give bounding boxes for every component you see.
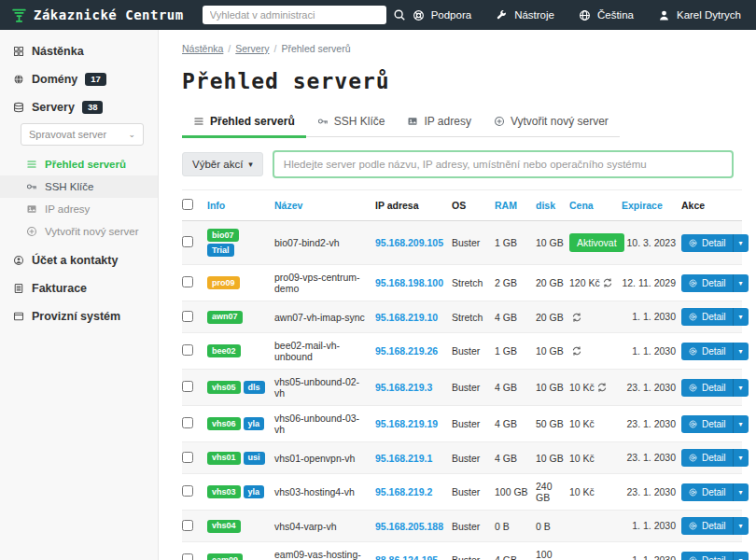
sidebar-subitem-2[interactable]: IP adresy bbox=[0, 198, 158, 220]
row-checkbox[interactable] bbox=[182, 344, 193, 356]
detail-button[interactable]: Detail bbox=[681, 308, 733, 326]
column-header[interactable]: Info bbox=[204, 190, 272, 221]
detail-dropdown-button[interactable]: ▾ bbox=[733, 449, 749, 467]
server-badge[interactable]: pro09 bbox=[207, 276, 240, 289]
detail-dropdown-button[interactable]: ▾ bbox=[733, 343, 749, 360]
detail-button[interactable]: Detail bbox=[681, 517, 733, 535]
server-badge[interactable]: dls bbox=[244, 381, 265, 394]
manage-server-select[interactable]: Spravovat server ⌄ bbox=[21, 123, 144, 146]
detail-dropdown-button[interactable]: ▾ bbox=[733, 308, 749, 326]
sidebar-item-0[interactable]: Nástěnka bbox=[0, 37, 158, 65]
sidebar-item-2[interactable]: Servery38 bbox=[0, 93, 158, 121]
ip-link[interactable]: 95.168.205.188 bbox=[375, 521, 443, 532]
row-checkbox[interactable] bbox=[182, 520, 193, 531]
server-badge[interactable]: usi bbox=[244, 452, 265, 465]
sidebar-item-bottom-2[interactable]: Provizní systém bbox=[0, 302, 158, 330]
breadcrumb-separator: / bbox=[228, 43, 231, 54]
row-checkbox[interactable] bbox=[182, 381, 193, 392]
row-checkbox[interactable] bbox=[182, 485, 193, 497]
row-checkbox[interactable] bbox=[182, 236, 193, 247]
column-header[interactable]: Cena bbox=[567, 190, 619, 221]
column-header[interactable]: Název bbox=[272, 190, 372, 221]
row-checkbox[interactable] bbox=[182, 276, 193, 287]
expiration-cell: 23. 1. 2030 bbox=[619, 370, 679, 406]
breadcrumb-link[interactable]: Nástěnka bbox=[182, 43, 223, 54]
ip-link[interactable]: 95.168.219.19 bbox=[375, 418, 438, 429]
column-header[interactable]: RAM bbox=[492, 190, 533, 221]
server-badge[interactable]: vhs03 bbox=[207, 485, 241, 498]
detail-button[interactable]: Detail bbox=[681, 234, 733, 252]
server-badge[interactable]: vhs04 bbox=[207, 520, 241, 533]
plus-circle-icon bbox=[26, 226, 37, 237]
top-nav-life-ring[interactable]: Podpora bbox=[413, 9, 471, 21]
detail-dropdown-button[interactable]: ▾ bbox=[733, 415, 749, 433]
row-checkbox[interactable] bbox=[182, 417, 193, 428]
server-badge[interactable]: Trial bbox=[207, 244, 234, 257]
tab-3[interactable]: Vytvořit nový server bbox=[483, 108, 620, 138]
ip-link[interactable]: 95.168.219.3 bbox=[375, 382, 432, 393]
caret-down-icon: ▾ bbox=[248, 160, 253, 169]
server-filter-input[interactable] bbox=[273, 150, 734, 178]
server-badge[interactable]: yla bbox=[244, 485, 265, 498]
search-icon[interactable] bbox=[393, 8, 406, 21]
row-checkbox[interactable] bbox=[182, 311, 193, 322]
column-header[interactable]: Expirace bbox=[619, 190, 679, 221]
row-checkbox[interactable] bbox=[182, 452, 193, 463]
column-header: IP adresa bbox=[372, 190, 449, 221]
breadcrumb-link[interactable]: Servery bbox=[235, 43, 269, 54]
brand[interactable]: Zákaznické Centrum bbox=[0, 7, 195, 23]
row-checkbox[interactable] bbox=[182, 553, 193, 560]
ip-link[interactable]: 88.86.124.195 bbox=[375, 554, 438, 560]
detail-button[interactable]: Detail bbox=[681, 415, 733, 433]
detail-dropdown-button[interactable]: ▾ bbox=[733, 517, 749, 535]
action-select-button[interactable]: Výběr akcí ▾ bbox=[182, 152, 263, 176]
sidebar-subitem-3[interactable]: Vytvořit nový server bbox=[0, 220, 158, 243]
price-text: 120 Kč bbox=[569, 277, 600, 288]
sidebar-item-bottom-1[interactable]: Fakturace bbox=[0, 274, 158, 302]
tab-2[interactable]: IP adresy bbox=[396, 108, 482, 138]
server-badge[interactable]: bee02 bbox=[207, 344, 241, 357]
detail-dropdown-button[interactable]: ▾ bbox=[733, 379, 749, 397]
server-badge[interactable]: bio07 bbox=[207, 229, 239, 242]
detail-dropdown-button[interactable]: ▾ bbox=[733, 552, 749, 560]
sidebar-item-bottom-0[interactable]: Účet a kontakty bbox=[0, 246, 158, 274]
tab-1[interactable]: SSH Klíče bbox=[306, 108, 397, 138]
activate-button[interactable]: Aktivovat bbox=[569, 233, 624, 252]
sidebar-subitem-0[interactable]: Přehled serverů bbox=[0, 153, 158, 175]
server-badge[interactable]: vhs01 bbox=[207, 452, 241, 465]
sidebar-item-1[interactable]: Domény17 bbox=[0, 65, 158, 93]
select-all-checkbox[interactable] bbox=[182, 199, 193, 210]
detail-button[interactable]: Detail bbox=[681, 379, 733, 397]
ip-link[interactable]: 95.168.219.2 bbox=[375, 486, 432, 497]
ram-cell: 0 B bbox=[492, 511, 533, 542]
detail-button[interactable]: Detail bbox=[681, 343, 733, 360]
detail-dropdown-button[interactable]: ▾ bbox=[733, 234, 749, 252]
server-badge[interactable]: yla bbox=[244, 417, 265, 430]
server-badge[interactable]: awn07 bbox=[207, 311, 243, 324]
actions-cell: Detail ▾ bbox=[679, 221, 742, 265]
sidebar-subitem-label: Přehled serverů bbox=[45, 159, 126, 170]
sidebar-subitem-1[interactable]: SSH Klíče bbox=[0, 175, 158, 198]
server-badge[interactable]: vhs06 bbox=[207, 417, 241, 430]
ip-cell: 95.168.219.1 bbox=[372, 442, 449, 474]
top-nav-user[interactable]: Karel Dytrych bbox=[658, 9, 741, 21]
ip-link[interactable]: 95.168.219.10 bbox=[375, 312, 438, 323]
ip-link[interactable]: 95.168.219.1 bbox=[375, 453, 432, 464]
ip-link[interactable]: 95.168.219.26 bbox=[375, 345, 438, 357]
ip-link[interactable]: 95.168.198.100 bbox=[375, 277, 443, 288]
ip-link[interactable]: 95.168.209.105 bbox=[375, 237, 443, 248]
server-badge[interactable]: vhs05 bbox=[207, 381, 241, 394]
column-header[interactable]: disk bbox=[533, 190, 567, 221]
top-nav-wrench[interactable]: Nástroje bbox=[496, 9, 554, 21]
detail-button[interactable]: Detail bbox=[681, 552, 733, 560]
detail-button[interactable]: Detail bbox=[681, 274, 733, 292]
admin-search-input[interactable] bbox=[203, 6, 386, 24]
detail-button[interactable]: Detail bbox=[681, 483, 733, 501]
detail-button[interactable]: Detail bbox=[681, 449, 733, 467]
autorenew-icon bbox=[596, 382, 608, 393]
detail-dropdown-button[interactable]: ▾ bbox=[733, 274, 749, 292]
top-nav-globe[interactable]: Čeština bbox=[579, 9, 634, 21]
server-badge[interactable]: eam09 bbox=[207, 553, 243, 560]
detail-dropdown-button[interactable]: ▾ bbox=[733, 483, 749, 501]
tab-0[interactable]: Přehled serverů bbox=[182, 108, 306, 138]
